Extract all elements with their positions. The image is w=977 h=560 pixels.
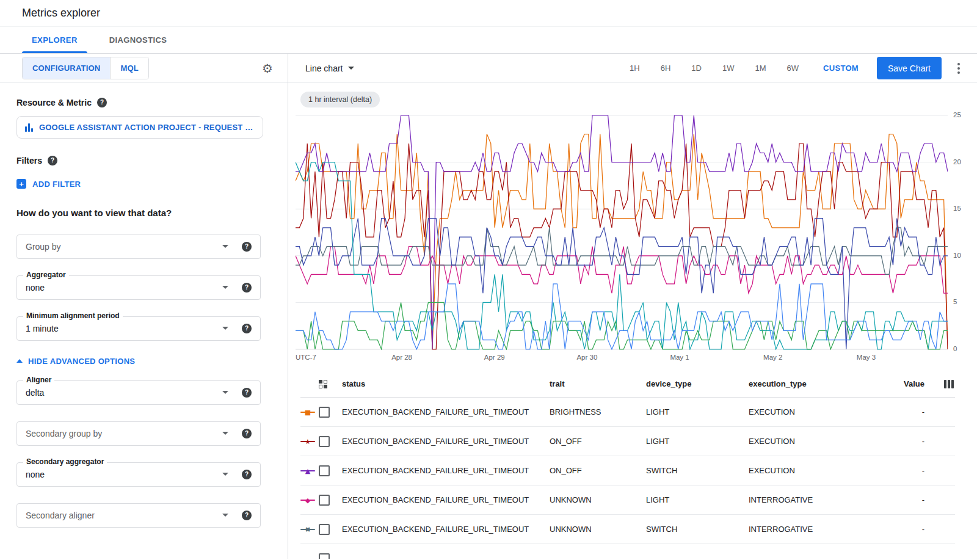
help-icon[interactable]	[48, 156, 57, 165]
chevron-down-icon	[222, 327, 228, 330]
gear-icon[interactable]: ⚙	[262, 62, 273, 75]
add-filter-button[interactable]: ADD FILTER	[16, 179, 81, 189]
aligner-select[interactable]: Aligner delta	[16, 380, 261, 405]
help-icon[interactable]	[242, 324, 252, 333]
metric-chip[interactable]: GOOGLE ASSISTANT ACTION PROJECT - REQUES…	[16, 116, 263, 139]
chevron-down-icon	[222, 432, 228, 435]
min-alignment-period-select[interactable]: Minimum alignment period 1 minute	[16, 316, 261, 341]
table-row[interactable]: ✖ EXECUTION_BACKEND_FAILURE_URL_TIMEOUT …	[300, 515, 955, 544]
row-checkbox[interactable]	[319, 436, 330, 447]
tab-diagnostics[interactable]: DIAGNOSTICS	[93, 27, 183, 53]
x-axis: UTC-7Apr 28Apr 29Apr 30May 1May 2May 3	[296, 350, 948, 363]
range-custom[interactable]: CUSTOM	[823, 64, 859, 73]
configuration-tab[interactable]: CONFIGURATION	[23, 57, 110, 79]
column-settings-icon[interactable]	[944, 380, 955, 388]
range-1w[interactable]: 1W	[722, 64, 735, 73]
series-line: ■	[300, 412, 315, 413]
mql-tab[interactable]: MQL	[110, 57, 148, 79]
range-1h[interactable]: 1H	[630, 64, 640, 73]
config-mode-row: CONFIGURATION MQL ⚙	[0, 54, 288, 83]
save-chart-button[interactable]: Save Chart	[877, 57, 942, 79]
table-row[interactable]: ▲ EXECUTION_BACKEND_FAILURE_URL_TIMEOUT …	[300, 456, 955, 485]
series-line: ✖	[300, 529, 315, 530]
x-axis-label: May 2	[763, 354, 782, 361]
table-body: ■ EXECUTION_BACKEND_FAILURE_URL_TIMEOUT …	[300, 398, 955, 544]
more-options-icon[interactable]	[953, 59, 965, 78]
row-device-type: SWITCH	[646, 525, 749, 534]
line-chart	[296, 115, 948, 350]
tab-explorer-label: EXPLORER	[32, 35, 78, 45]
row-trait: UNKNOWN	[550, 495, 646, 504]
row-checkbox[interactable]	[319, 465, 330, 476]
range-6h[interactable]: 6H	[661, 64, 671, 73]
series-marker-icon: ▲	[305, 467, 310, 474]
range-1d[interactable]: 1D	[691, 64, 702, 73]
min-alignment-label: Minimum alignment period	[23, 311, 123, 320]
row-execution-type: INTERROGATIVE	[749, 495, 896, 504]
help-icon[interactable]	[242, 429, 252, 438]
row-checkbox[interactable]	[319, 524, 330, 535]
column-header-execution-type[interactable]: execution_type	[749, 379, 896, 388]
row-status: EXECUTION_BACKEND_FAILURE_URL_TIMEOUT	[342, 495, 550, 504]
row-device-type: SWITCH	[646, 466, 749, 475]
y-axis: 0510152025	[948, 115, 966, 350]
column-header-device-type[interactable]: device_type	[646, 379, 749, 388]
aligner-label: Aligner	[23, 376, 54, 384]
series-line: ▲	[300, 470, 315, 471]
help-icon[interactable]	[242, 242, 252, 252]
group-by-select[interactable]: Group by	[16, 235, 261, 259]
secondary-group-by-select[interactable]: Secondary group by	[16, 421, 261, 446]
table-row[interactable]: ★ EXECUTION_BACKEND_FAILURE_URL_TIMEOUT …	[300, 427, 955, 456]
hide-advanced-options-label: HIDE ADVANCED OPTIONS	[28, 357, 135, 366]
row-status: EXECUTION_BACKEND_FAILURE_URL_TIMEOUT	[342, 466, 550, 475]
help-icon[interactable]	[242, 283, 252, 293]
row-execution-type: EXECUTION	[749, 466, 896, 475]
help-icon[interactable]	[242, 388, 252, 398]
series-marker-icon: ✖	[305, 526, 310, 533]
chart-toolbar: Line chart 1H 6H 1D 1W 1M 6W CUSTOM Save…	[288, 54, 977, 83]
row-checkbox[interactable]	[319, 407, 330, 418]
row-trait: ON_OFF	[550, 466, 646, 475]
table-row[interactable]: ■ EXECUTION_BACKEND_FAILURE_URL_TIMEOUT …	[300, 398, 955, 427]
row-value: -	[896, 466, 931, 475]
range-6w[interactable]: 6W	[787, 64, 799, 73]
row-status: EXECUTION_BACKEND_FAILURE_URL_TIMEOUT	[342, 407, 550, 416]
help-icon[interactable]	[97, 98, 107, 107]
tab-explorer[interactable]: EXPLORER	[16, 27, 93, 53]
x-axis-label: May 1	[670, 354, 689, 361]
chart-type-label: Line chart	[305, 64, 343, 73]
min-alignment-value: 1 minute	[26, 324, 222, 333]
chart-series-brightness-light-execution	[296, 134, 948, 349]
range-1m[interactable]: 1M	[755, 64, 766, 73]
x-axis-label: UTC-7	[296, 354, 316, 361]
table-row[interactable]: ◆ EXECUTION_BACKEND_FAILURE_URL_TIMEOUT …	[300, 485, 955, 515]
aggregator-select[interactable]: Aggregator none	[16, 275, 261, 300]
secondary-aligner-select[interactable]: Secondary aligner	[16, 503, 261, 528]
x-axis-label: Apr 30	[576, 354, 597, 361]
add-box-icon	[16, 179, 26, 189]
column-header-status[interactable]: status	[342, 379, 550, 388]
y-axis-label: 5	[953, 298, 957, 305]
secondary-aggregator-select[interactable]: Secondary aggregator none	[16, 462, 261, 487]
series-marker-icon: ■	[305, 409, 311, 415]
chevron-down-icon	[348, 67, 354, 70]
hide-advanced-options-link[interactable]: HIDE ADVANCED OPTIONS	[16, 357, 135, 366]
row-checkbox[interactable]	[319, 553, 330, 559]
series-table: status trait device_type execution_type …	[288, 371, 977, 559]
series-line: ◆	[300, 500, 315, 501]
row-value: -	[896, 495, 931, 504]
chart-type-select[interactable]: Line chart	[305, 64, 354, 73]
help-icon[interactable]	[242, 511, 252, 520]
help-icon[interactable]	[242, 470, 252, 479]
column-header-trait[interactable]: trait	[550, 379, 646, 388]
table-row-partial[interactable]	[300, 544, 955, 559]
legend-toggle-icon[interactable]	[319, 380, 342, 388]
row-checkbox[interactable]	[319, 495, 330, 506]
filters-label: Filters	[16, 156, 42, 165]
chart-series-series-9	[296, 284, 948, 349]
x-axis-label: May 3	[857, 354, 876, 361]
secondary-group-by-placeholder: Secondary group by	[26, 429, 222, 438]
column-header-value[interactable]: Value	[896, 379, 931, 388]
y-axis-label: 20	[953, 158, 961, 165]
chart-series-series-8	[296, 302, 948, 349]
